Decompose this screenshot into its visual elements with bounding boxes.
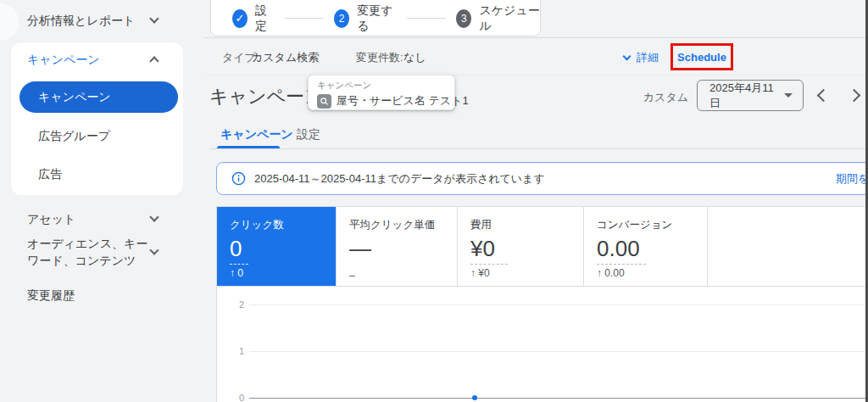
stepper: ✓ 設定 2 変更する 3 スケジュール xyxy=(210,0,541,36)
metric-label: 費用 xyxy=(470,218,583,232)
step-label: 設定 xyxy=(255,3,275,34)
details-link[interactable]: 詳細 xyxy=(624,50,659,65)
sidebar-item-label: 分析情報とレポート xyxy=(27,13,135,29)
changes-value: なし xyxy=(403,50,426,65)
chevron-down-icon xyxy=(623,53,632,61)
metric-card-clicks[interactable]: クリック数 0 ↑ 0 xyxy=(217,207,336,286)
schedule-annotation-box: Schedule xyxy=(670,43,733,70)
metric-value: ¥0 xyxy=(470,236,583,261)
sidebar: 分析情報とレポート キャンペーン キャンペーン 広告グループ 広告 アセット オ… xyxy=(0,0,203,402)
step-number-badge: 3 xyxy=(456,9,471,28)
chevron-up-icon xyxy=(149,56,159,65)
metric-delta: ↑ 0 xyxy=(230,267,336,279)
search-icon xyxy=(317,94,331,109)
step-settings[interactable]: ✓ 設定 xyxy=(232,3,275,34)
banner-message: 2025-04-11～2025-04-11までのデータが表示されています xyxy=(254,171,545,187)
tabs-divider xyxy=(210,148,868,149)
check-icon: ✓ xyxy=(232,9,248,28)
gridline xyxy=(249,351,868,352)
metric-label: コンバージョン xyxy=(597,218,707,232)
step-connector xyxy=(407,18,446,20)
metric-card-conversions[interactable]: コンバージョン 0.00 ↑ 0.00 xyxy=(583,207,707,286)
step-label: 変更する xyxy=(357,3,397,34)
date-picker[interactable]: 2025年4月11日 xyxy=(697,80,804,111)
data-point xyxy=(472,395,477,400)
metric-delta: ↑ 0.00 xyxy=(597,267,707,279)
type-value: カスタム検索 xyxy=(252,50,319,65)
gridline xyxy=(249,304,868,305)
step-number-badge: 2 xyxy=(334,9,349,28)
tab-settings[interactable]: 設定 xyxy=(297,127,320,142)
active-tab-underline xyxy=(217,146,280,148)
campaign-name: 屋号・サービス名 テスト1 xyxy=(337,93,469,109)
sidebar-item-label: オーディエンス、キーワード、コンテンツ xyxy=(27,235,151,269)
sidebar-item-label: 変更履歴 xyxy=(27,288,75,304)
schedule-link[interactable]: Schedule xyxy=(677,51,726,64)
x-axis-line xyxy=(249,398,868,399)
stats-panel: クリック数 0 ↑ 0 平均クリック単価 — – 費用 ¥0 ↑ ¥0 コンバー… xyxy=(216,206,868,402)
dashed-underline xyxy=(470,264,508,265)
sidebar-item-campaigns-selected[interactable]: キャンペーン xyxy=(19,81,178,113)
date-range-mode: カスタム xyxy=(643,90,688,105)
sidebar-item-label: アセット xyxy=(27,211,75,227)
step-connector xyxy=(285,18,324,20)
next-date-button[interactable] xyxy=(848,89,861,103)
metric-card-cost[interactable]: 費用 ¥0 ↑ ¥0 xyxy=(457,207,583,286)
date-value: 2025年4月11日 xyxy=(709,81,784,111)
step-schedule[interactable]: 3 スケジュール xyxy=(456,3,540,34)
previous-date-button[interactable] xyxy=(817,89,831,103)
chart-toolbar: 指標 2 調整 xyxy=(707,207,868,286)
dropdown-arrow-icon xyxy=(784,93,793,98)
divider xyxy=(203,75,868,75)
change-period-link[interactable]: 期間を変更 xyxy=(836,171,868,187)
sidebar-item-ads[interactable]: 広告 xyxy=(0,164,183,184)
sidebar-item-audiences-keywords[interactable]: オーディエンス、キーワード、コンテンツ xyxy=(0,233,183,271)
chip-label: キャンペーン xyxy=(317,80,446,92)
metric-delta: – xyxy=(349,270,457,282)
dashed-underline xyxy=(230,264,248,265)
sidebar-item-ad-groups[interactable]: 広告グループ xyxy=(0,126,183,146)
metric-value: — xyxy=(349,236,457,261)
y-axis-tick: 2 xyxy=(227,299,244,310)
metric-label: 平均クリック単価 xyxy=(349,218,457,232)
chevron-down-icon xyxy=(149,212,159,221)
date-range-banner: 2025-04-11～2025-04-11までのデータが表示されています 期間を… xyxy=(216,162,868,195)
chevron-down-icon xyxy=(149,14,159,23)
tab-campaigns[interactable]: キャンペーン xyxy=(220,127,293,142)
sidebar-item-insights-reports[interactable]: 分析情報とレポート xyxy=(0,10,183,31)
chevron-down-icon xyxy=(149,245,159,254)
sidebar-section-label: キャンペーン xyxy=(27,52,100,68)
type-bar: タイプ: カスタム検索 変更件数: なし 詳細 Schedule xyxy=(203,38,868,75)
sidebar-item-assets[interactable]: アセット xyxy=(0,209,183,229)
metric-value: 0 xyxy=(230,236,336,261)
sidebar-item-change-history[interactable]: 変更履歴 xyxy=(0,285,183,305)
sidebar-item-label: 広告グループ xyxy=(38,128,110,144)
sidebar-section-campaigns[interactable]: キャンペーン xyxy=(0,49,183,70)
sidebar-item-label: 広告 xyxy=(38,166,62,182)
page-title: キャンペーン xyxy=(209,84,324,109)
sidebar-item-label: キャンペーン xyxy=(38,90,111,105)
metric-value: 0.00 xyxy=(597,236,707,261)
y-axis-tick: 1 xyxy=(227,346,244,356)
campaign-selector-chip[interactable]: キャンペーン 屋号・サービス名 テスト1 xyxy=(308,75,455,110)
step-label: スケジュール xyxy=(479,3,540,34)
divider xyxy=(217,286,868,287)
metric-delta: ↑ ¥0 xyxy=(470,267,583,279)
changes-label: 変更件数: xyxy=(356,50,403,65)
dashed-underline xyxy=(597,264,646,265)
y-axis-tick: 0 xyxy=(227,393,244,402)
metric-card-avg-cpc[interactable]: 平均クリック単価 — – xyxy=(336,207,457,286)
info-icon xyxy=(231,171,246,186)
metric-label: クリック数 xyxy=(230,218,336,232)
step-change[interactable]: 2 変更する xyxy=(334,3,397,34)
details-label: 詳細 xyxy=(637,50,659,65)
